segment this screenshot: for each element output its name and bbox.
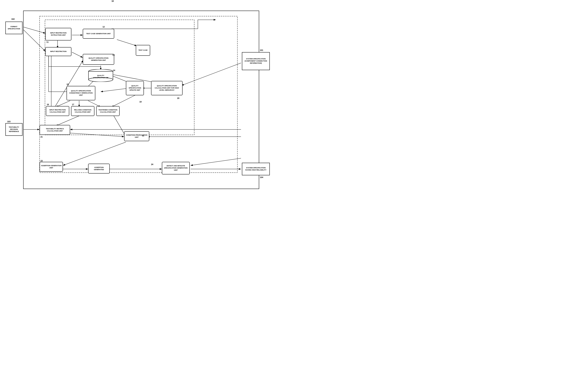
label-104: 104 bbox=[260, 176, 263, 178]
label-23: 23 bbox=[40, 160, 43, 162]
testability-ref-label: TESTABILITY DECISION REFERENCE bbox=[6, 126, 21, 133]
detect-mitigate-label: DETECT AND MITIGATE SPECIFICATION GENERA… bbox=[163, 165, 189, 171]
label-12: 12 bbox=[103, 26, 105, 28]
input-restriction-extraction-label: INPUT RESTRICTION EXTRACTION UNIT bbox=[46, 32, 70, 36]
detect-mitigate-box: DETECT AND MITIGATE SPECIFICATION GENERA… bbox=[162, 162, 190, 174]
format-spec-label: FORMAT SPECIFICATION bbox=[6, 26, 21, 30]
condition-propagation-box: CONDITION PROPAGATION UNIT bbox=[124, 131, 149, 141]
tightened-condition-label: TIGHTENED CONDITION CALCULATION UNIT bbox=[97, 109, 119, 113]
input-restriction-extraction-box: INPUT RESTRICTION EXTRACTION UNIT bbox=[45, 28, 72, 40]
quality-spec-consistency-label: QUALITY SPECIFICATION CONSISTENCY VERIFI… bbox=[68, 90, 94, 96]
label-11: 11 bbox=[46, 41, 49, 43]
quality-spec-gen-label: QUALITY SPECIFICATION GENERATION UNIT bbox=[84, 57, 113, 61]
test-case-gen-label: TEST CASE GENERATION UNIT bbox=[86, 33, 111, 35]
test-case-box: TEST CASE bbox=[136, 45, 150, 56]
label-14: 14 bbox=[113, 69, 115, 71]
input-restriction-calc-box: INPUT RESTRICTION CALCULATION UNIT bbox=[46, 106, 69, 116]
system-spec-hr-label: SYSTEM SPECIFICATION HAVING HIGH RELIABI… bbox=[243, 167, 269, 171]
svg-line-5 bbox=[23, 27, 45, 33]
relaxed-condition-box: RELAXED CONDITION CALCULATION UNIT bbox=[71, 106, 94, 116]
test-case-gen-box: TEST CASE GENERATION UNIT bbox=[83, 29, 114, 39]
diagram-container: FORMAT SPECIFICATION 102 SYSTEM SPECIFIC… bbox=[0, 0, 286, 196]
label-17: 17 bbox=[72, 103, 74, 106]
system-specification-box: SYSTEM SPECIFICATION (COMPONENT CONNECTI… bbox=[242, 52, 270, 70]
quality-spec-gen-box: QUALITY SPECIFICATION GENERATION UNIT bbox=[83, 54, 114, 65]
svg-line-29 bbox=[63, 142, 126, 165]
condition-propagation-label: CONDITION PROPAGATION UNIT bbox=[125, 134, 148, 138]
svg-line-6 bbox=[23, 30, 45, 51]
quality-spec-update-label: QUALITY SPECIFICATION UPDATE UNIT bbox=[127, 85, 143, 91]
svg-line-25 bbox=[191, 158, 241, 165]
svg-text:SPECIFICATION DB: SPECIFICATION DB bbox=[93, 77, 108, 79]
format-specification-box: FORMAT SPECIFICATION bbox=[5, 22, 22, 34]
input-restriction-label: INPUT RESTRICTION bbox=[50, 51, 67, 53]
quality-spec-calc-high-box: QUALITY SPECIFICATION CALCULATION UNIT F… bbox=[151, 81, 182, 95]
svg-line-28 bbox=[70, 133, 124, 137]
testability-metrics-box: TESTABILITY METRICS CALCULATION UNIT bbox=[39, 125, 70, 135]
label-16: 16 bbox=[47, 103, 49, 106]
assertion-generated-box: ASSERTION GENERATED bbox=[88, 164, 110, 174]
input-restriction-box: INPUT RESTRICTION bbox=[45, 47, 72, 56]
svg-line-22 bbox=[182, 63, 241, 85]
test-case-label: TEST CASE bbox=[139, 49, 148, 52]
assertion-gen-box: ASSERTION GENERATION UNIT bbox=[39, 162, 63, 172]
testability-metrics-label: TESTABILITY METRICS CALCULATION UNIT bbox=[41, 128, 69, 132]
quality-spec-update-box: QUALITY SPECIFICATION UPDATE UNIT bbox=[126, 81, 144, 95]
label-20: 20 bbox=[177, 97, 179, 99]
assertion-gen-label: ASSERTION GENERATION UNIT bbox=[41, 165, 62, 169]
label-15: 15 bbox=[67, 83, 69, 85]
label-24: 24 bbox=[151, 163, 153, 165]
relaxed-condition-label: RELAXED CONDITION CALCULATION UNIT bbox=[72, 109, 93, 113]
system-spec-high-reliability-box: SYSTEM SPECIFICATION HAVING HIGH RELIABI… bbox=[242, 163, 270, 175]
label-102: 102 bbox=[11, 18, 15, 20]
testability-decision-ref-box: TESTABILITY DECISION REFERENCE bbox=[5, 123, 22, 136]
quality-spec-calc-high-label: QUALITY SPECIFICATION CALCULATION UNIT F… bbox=[152, 85, 181, 91]
label-22: 22 bbox=[142, 135, 144, 137]
svg-line-34 bbox=[56, 115, 81, 126]
label-13: 13 bbox=[112, 54, 115, 56]
svg-line-20 bbox=[101, 88, 129, 92]
label-19: 19 bbox=[139, 101, 142, 103]
tightened-condition-box: TIGHTENED CONDITION CALCULATION UNIT bbox=[96, 106, 120, 116]
svg-line-8 bbox=[117, 39, 137, 46]
label-21: 21 bbox=[40, 136, 43, 138]
label-18: 18 bbox=[111, 0, 114, 2]
quality-spec-consistency-box: QUALITY SPECIFICATION CONSISTENCY VERIFI… bbox=[67, 86, 95, 100]
system-spec-label: SYSTEM SPECIFICATION (COMPONENT CONNECTI… bbox=[243, 58, 269, 64]
svg-line-10 bbox=[72, 52, 83, 57]
label-103: 103 bbox=[7, 121, 10, 123]
quality-spec-db-svg: QUALITY SPECIFICATION DB bbox=[88, 69, 113, 82]
svg-text:QUALITY: QUALITY bbox=[97, 75, 104, 76]
svg-line-33 bbox=[111, 93, 139, 107]
assertion-generated-label: ASSERTION GENERATED bbox=[89, 166, 109, 171]
label-101: 101 bbox=[260, 49, 263, 51]
input-restriction-calc-label: INPUT RESTRICTION CALCULATION UNIT bbox=[47, 109, 68, 113]
